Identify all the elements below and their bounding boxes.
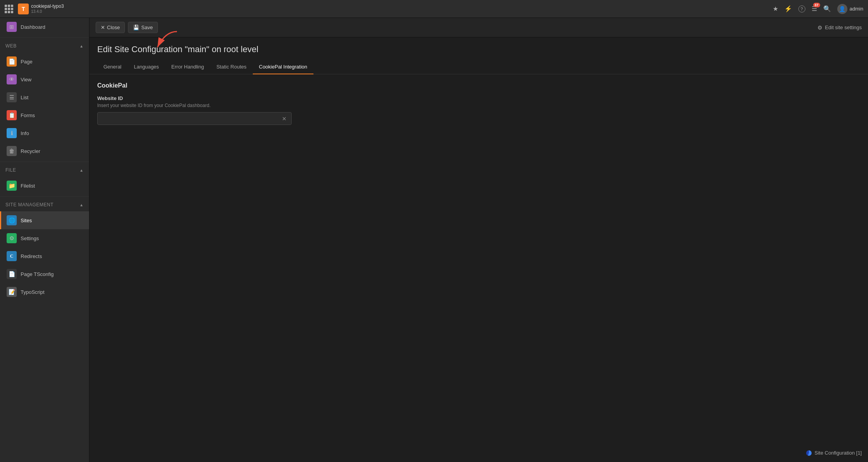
- website-id-label: Website ID: [97, 95, 860, 101]
- website-id-input-wrapper: ✕: [97, 112, 292, 125]
- sidebar-item-view[interactable]: 👁 View: [0, 70, 89, 88]
- toolbar-right: ⚙ Edit site settings: [817, 25, 862, 31]
- sidebar-item-filelist[interactable]: 📁 Filelist: [0, 177, 89, 195]
- sidebar-item-redirects[interactable]: C Redirects: [0, 247, 89, 265]
- flash-button[interactable]: ⚡: [784, 5, 792, 12]
- info-icon: ℹ: [7, 128, 17, 138]
- sidebar-section-web-label: Web: [5, 43, 17, 49]
- settings-icon: ⚙: [7, 233, 17, 243]
- sidebar-item-settings[interactable]: ⚙ Settings: [0, 229, 89, 247]
- sidebar-item-label-pagetsconfig: Page TSconfig: [21, 271, 54, 277]
- sites-icon: 🌐: [7, 215, 17, 225]
- tab-content-cookiepal: CookiePal Website ID Insert your website…: [89, 74, 868, 462]
- tab-static-routes[interactable]: Static Routes: [210, 60, 252, 74]
- sidebar-item-label-sites: Sites: [21, 218, 32, 223]
- topbar-actions: ★ ⚡ ? ☰ 37 🔍 👤 admin: [773, 4, 863, 14]
- sidebar-section-sitemanagement-label: Site Management: [5, 202, 54, 207]
- chevron-up-icon: ▲: [80, 44, 84, 48]
- filelist-icon: 📁: [7, 181, 17, 191]
- sidebar-item-label-filelist: Filelist: [21, 183, 35, 189]
- tab-error-handling[interactable]: Error Handling: [165, 60, 210, 74]
- pagetsconfig-icon: 📄: [7, 269, 17, 279]
- sidebar-item-sites[interactable]: 🌐 Sites: [0, 211, 89, 229]
- sidebar-section-file-label: File: [5, 167, 16, 173]
- grid-icon: [5, 5, 13, 13]
- edit-site-settings-label[interactable]: Edit site settings: [825, 25, 862, 30]
- sidebar-item-forms[interactable]: 📋 Forms: [0, 106, 89, 124]
- sidebar-section-sitemanagement[interactable]: Site Management ▲: [0, 198, 89, 211]
- app-name-block: cookiepal-typo3 13.4.0: [31, 4, 64, 14]
- sidebar-item-label-list: List: [21, 95, 28, 100]
- sidebar-item-label-info: Info: [21, 130, 29, 136]
- user-menu[interactable]: 👤 admin: [837, 4, 863, 14]
- gear-icon: ⚙: [817, 25, 822, 31]
- page-title: Edit Site Configuration "main" on root l…: [97, 44, 860, 54]
- sidebar-item-label-redirects: Redirects: [21, 253, 42, 259]
- search-button[interactable]: 🔍: [823, 5, 831, 12]
- notifications-button[interactable]: ☰ 37: [812, 5, 817, 12]
- toolbar: ✕ Close 💾 Save ⚙ Edit site settings: [89, 18, 868, 37]
- status-dot-icon: [806, 450, 812, 456]
- toolbar-left: ✕ Close 💾 Save: [96, 22, 158, 33]
- save-button[interactable]: 💾 Save: [128, 22, 158, 33]
- username: admin: [850, 6, 863, 12]
- search-icon: 🔍: [823, 5, 831, 12]
- website-id-clear-button[interactable]: ✕: [280, 114, 288, 123]
- status-label: Site Configuration [1]: [815, 450, 862, 456]
- app-name: cookiepal-typo3: [31, 4, 64, 9]
- close-icon: ✕: [101, 25, 105, 30]
- star-icon: ★: [773, 5, 778, 12]
- sidebar-item-label-dashboard: Dashboard: [21, 24, 46, 30]
- logo-icon: T: [18, 4, 29, 14]
- grid-menu-button[interactable]: [5, 5, 15, 13]
- sidebar-item-label-forms: Forms: [21, 112, 35, 118]
- sidebar-item-info[interactable]: ℹ Info: [0, 124, 89, 142]
- main-content: ✕ Close 💾 Save ⚙ Edit site settings: [89, 18, 868, 462]
- website-id-input[interactable]: [101, 112, 280, 125]
- sidebar-item-typoscript[interactable]: 📝 TypoScript: [0, 283, 89, 301]
- tab-cookiepal-integration[interactable]: CookiePal Integration: [253, 60, 313, 74]
- sidebar-item-list[interactable]: ☰ List: [0, 88, 89, 106]
- save-label: Save: [141, 25, 153, 30]
- sidebar: ⊞ Dashboard Web ▲ 📄 Page 👁 View ☰ List 📋…: [0, 18, 89, 462]
- typoscript-icon: 📝: [7, 287, 17, 297]
- bolt-icon: ⚡: [784, 5, 792, 12]
- sidebar-item-recycler[interactable]: 🗑 Recycler: [0, 142, 89, 160]
- help-button[interactable]: ?: [798, 5, 805, 12]
- view-icon: 👁: [7, 74, 17, 84]
- app-version: 13.4.0: [31, 9, 64, 14]
- bookmark-button[interactable]: ★: [773, 5, 778, 12]
- section-title-cookiepal: CookiePal: [97, 82, 860, 89]
- tab-general[interactable]: General: [97, 60, 128, 74]
- close-button[interactable]: ✕ Close: [96, 22, 125, 33]
- main-layout: ⊞ Dashboard Web ▲ 📄 Page 👁 View ☰ List 📋…: [0, 18, 868, 462]
- sidebar-section-file[interactable]: File ▲: [0, 163, 89, 177]
- website-id-description: Insert your website ID from your CookieP…: [97, 103, 860, 108]
- chevron-up-icon-sitemgmt: ▲: [80, 203, 84, 207]
- tab-languages[interactable]: Languages: [128, 60, 165, 74]
- topbar: T cookiepal-typo3 13.4.0 ★ ⚡ ? ☰ 37 🔍 👤 …: [0, 0, 868, 18]
- sidebar-item-label-view: View: [21, 77, 32, 83]
- sidebar-item-dashboard[interactable]: ⊞ Dashboard: [0, 18, 89, 36]
- save-icon: 💾: [133, 25, 139, 30]
- sidebar-item-label-settings: Settings: [21, 235, 39, 241]
- sidebar-item-label-recycler: Recycler: [21, 148, 40, 154]
- tabs: General Languages Error Handling Static …: [89, 60, 868, 74]
- dashboard-icon: ⊞: [7, 22, 17, 32]
- sidebar-item-page[interactable]: 📄 Page: [0, 53, 89, 70]
- page-header: Edit Site Configuration "main" on root l…: [89, 37, 868, 60]
- app-logo: T cookiepal-typo3 13.4.0: [18, 4, 64, 14]
- question-icon: ?: [798, 5, 805, 12]
- website-id-field: Website ID Insert your website ID from y…: [97, 95, 860, 125]
- close-label: Close: [107, 25, 120, 30]
- redirects-icon: C: [7, 251, 17, 261]
- user-avatar: 👤: [837, 4, 847, 14]
- sidebar-item-label-page: Page: [21, 59, 32, 65]
- page-icon: 📄: [7, 56, 17, 67]
- sidebar-item-pagetsconfig[interactable]: 📄 Page TSconfig: [0, 265, 89, 283]
- status-bar: Site Configuration [1]: [806, 450, 862, 456]
- recycler-icon: 🗑: [7, 146, 17, 156]
- sidebar-section-web[interactable]: Web ▲: [0, 39, 89, 53]
- list-nav-icon: ☰: [7, 92, 17, 102]
- sidebar-item-label-typoscript: TypoScript: [21, 289, 44, 295]
